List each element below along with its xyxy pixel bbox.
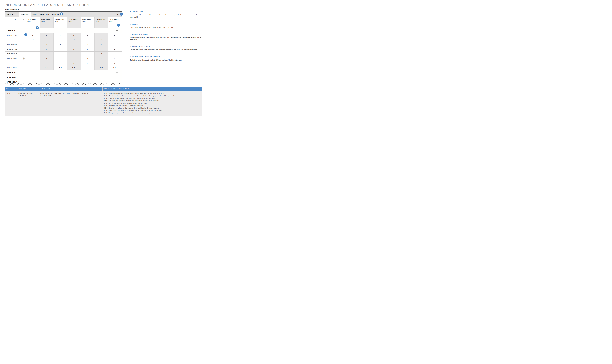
functional-requirement-line: 08.G - Scroll arrows will appear if styl… (104, 107, 201, 109)
annotation-title: 3. ACTIVE TRIM STATE (130, 33, 203, 35)
option-icon: O (23, 19, 24, 21)
feature-cell: ✓ (81, 42, 94, 47)
req-functional-cell: 08.A - Will display all standard feature… (103, 91, 202, 116)
tab-features[interactable]: FEATURES (19, 12, 30, 17)
viewport-label: DESKTOP VIEWPORT (5, 9, 20, 10)
trim-column-header-3: TRIM NAME MSRP * REMOVE (54, 17, 67, 28)
functional-requirement-line: 08.F - Mobile will only support up to 2 … (104, 104, 201, 107)
feature-cell: ✓ (81, 38, 94, 42)
feature-cell: ✓ (54, 38, 67, 42)
model-label: MODEL (7, 13, 15, 15)
feature-cell: ✓ (54, 42, 67, 47)
requirements-table-header: ID# SECTION USER TASK FUNCTIONAL REQUIRE… (5, 87, 202, 91)
feature-cell: ✓ (54, 33, 67, 38)
feature-cell: ✓ (81, 61, 94, 65)
feature-cell: ✓ (81, 33, 94, 38)
feature-cell: ✓ (81, 47, 94, 52)
feature-cell: ✓ (40, 42, 53, 47)
feature-cell: ✓ (40, 52, 53, 56)
feature-name-label: FEATURE NAME (7, 62, 17, 64)
feature-cell (67, 52, 81, 56)
req-id-cell: FR.08 (5, 91, 16, 116)
collapse-icon[interactable]: − (116, 29, 118, 32)
close-button[interactable]: ✕ (116, 12, 118, 17)
feature-cell: ✓ (108, 38, 122, 42)
feature-cell: ✓ (81, 52, 94, 56)
tab-options[interactable]: OPTIONS (50, 12, 60, 17)
functional-requirement-line: 08.D - On click of any accordion, page g… (104, 100, 201, 102)
wireframe-page: INFORMATION LAYER - FEATURES - DESKTOP 1… (0, 0, 204, 121)
feature-row-4: FEATURE NAME ✓ ✓ ✓ ✓ ✓ ✓ (5, 47, 122, 52)
feature-cell (26, 47, 40, 52)
desktop-viewport-mock: MODEL FEATURES SPECS PACKAGES OPTIONS ✕ … (5, 11, 122, 84)
feature-cell (26, 65, 40, 70)
category-accordion-collapsed-1[interactable]: CATEGORY + (5, 70, 122, 75)
feature-cell: P O (108, 65, 122, 70)
feature-cell: ✓ (108, 42, 122, 47)
feature-cell: ✓ (94, 61, 108, 65)
trim-column-header-6: TRIM NAME MSRP * REMOVE (94, 17, 108, 28)
category-accordion-open[interactable]: CATEGORY − (5, 28, 122, 33)
expand-icon[interactable]: + (116, 76, 118, 79)
info-layer-tabbar: MODEL FEATURES SPECS PACKAGES OPTIONS ✕ (5, 12, 122, 17)
feature-cell (40, 61, 53, 65)
torn-edge-zigzag (5, 83, 122, 85)
table-row: FR.08 INFORMATION LAYER FEATURES AS A US… (5, 91, 202, 116)
feature-cell: ✓ (26, 33, 40, 38)
category-accordion-collapsed-2[interactable]: CATEGORY + (5, 75, 122, 79)
feature-cell: ✓ (94, 56, 108, 61)
feature-cell: P O (81, 65, 94, 70)
remove-trim-link[interactable]: REMOVE (41, 24, 48, 26)
feature-row-6: FEATURE NAME i ✓ ✓ ✓ ✓ (5, 56, 122, 61)
remove-trim-link[interactable]: REMOVE (96, 24, 103, 26)
feature-cell: ✓ (94, 47, 108, 52)
info-tooltip-icon[interactable]: i (23, 57, 25, 59)
legend-standard: ✓ STANDARD (6, 19, 14, 21)
annotation-title: 5. INFORMATION LAYER NAVIGATION (130, 56, 203, 58)
remove-trim-link[interactable]: REMOVE (68, 24, 75, 26)
feature-name-label: FEATURE NAME (7, 49, 17, 50)
expand-icon[interactable]: + (116, 71, 118, 74)
feature-cell: P O (40, 65, 53, 70)
trim-column-header-2-active: TRIM NAME MSRP * REMOVE (40, 17, 53, 28)
tab-packages[interactable]: PACKAGES (39, 12, 50, 17)
column-header-user-task: USER TASK (38, 87, 102, 91)
tab-specs[interactable]: SPECS (31, 12, 39, 17)
feature-cell: ✓ (54, 47, 67, 52)
functional-requirement-line: 08.C - If style is removed/added, grid w… (104, 97, 201, 100)
feature-cell: ✓ (108, 56, 122, 61)
feature-cell: ✓ (94, 42, 108, 47)
remove-trim-link[interactable]: REMOVE (109, 24, 116, 26)
req-user-task-cell: AS A USER, I WANT TO BE ABLE TO COMPARE … (38, 91, 103, 116)
feature-name-label: FEATURE NAME (7, 39, 17, 41)
annotation-body: Users will be able to unwanted trims and… (130, 14, 203, 18)
feature-cell (26, 61, 40, 65)
functional-requirement-line: 08.H - Active model style will be in vie… (104, 109, 201, 112)
feature-legend: ✓ STANDARD P PACKAGE O OPTION (5, 17, 26, 28)
feature-row-7: FEATURE NAME ✓ ✓ ✓ ✓ (5, 61, 122, 65)
annotation-title: 2. CLOSE (130, 23, 203, 25)
feature-cell (67, 56, 81, 61)
feature-cell: ✓ (67, 33, 81, 38)
requirements-table: ID# SECTION USER TASK FUNCTIONAL REQUIRE… (5, 87, 202, 116)
callout-5: 5 (60, 13, 63, 15)
feature-row-1: FEATURE NAME ✓ ✓ ✓ ✓ ✓ ✓ ✓ (5, 33, 122, 38)
remove-trim-link[interactable]: REMOVE (55, 24, 62, 26)
feature-cell: ✓ (108, 47, 122, 52)
feature-cell: ✓ (40, 47, 53, 52)
annotation-title: 4. STANDARD FEATURES (130, 46, 203, 47)
feature-cell (54, 52, 67, 56)
feature-cell: P O (67, 65, 81, 70)
annotation-remove-trim: 1. REMOVE TRIM Users will be able to unw… (130, 11, 203, 18)
remove-trim-link[interactable]: REMOVE (82, 24, 89, 26)
remove-trim-link[interactable]: REMOVE (27, 24, 34, 26)
feature-row-3: FEATURE NAME ✓ ✓ ✓ ✓ ✓ ✓ ✓ (5, 42, 122, 47)
feature-cell (26, 56, 40, 61)
callout-3: 3 (36, 26, 39, 29)
feature-cell: P O (94, 65, 108, 70)
feature-cell: ✓ (67, 61, 81, 65)
check-icon: ✓ (6, 19, 8, 21)
feature-cell: ✓ (108, 33, 122, 38)
feature-name-label: FEATURE NAME (7, 35, 17, 36)
trim-column-header-5: TRIM NAME MSRP * REMOVE (81, 17, 94, 28)
